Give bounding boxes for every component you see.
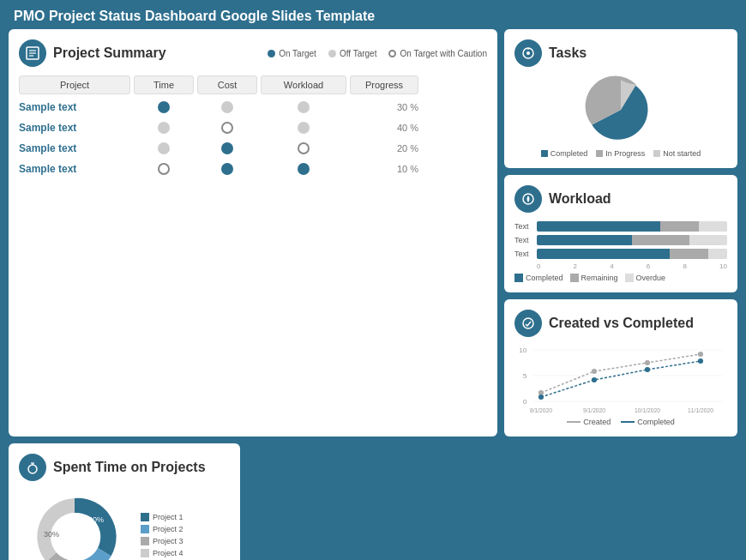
row-label: Sample text bbox=[19, 142, 130, 154]
col-workload: Workload bbox=[261, 75, 346, 94]
progress-value: 20 % bbox=[350, 143, 418, 154]
line-chart: 10 5 0 8/1/2020 9 bbox=[514, 346, 727, 414]
completed-dot bbox=[541, 150, 548, 157]
spent-time-icon bbox=[19, 454, 46, 481]
legend-on-target: On Target bbox=[268, 49, 316, 58]
dot-cell bbox=[197, 101, 257, 113]
svg-text:11/1/2020: 11/1/2020 bbox=[688, 407, 713, 413]
page-title: PMO Project Status Dashboard Google Slid… bbox=[0, 0, 746, 29]
pie-legend-notstarted: Not started bbox=[653, 149, 701, 158]
right-column: Tasks Completed bbox=[504, 29, 737, 437]
remaining-fill bbox=[632, 235, 689, 245]
svg-point-21 bbox=[645, 367, 650, 372]
svg-point-8 bbox=[523, 318, 533, 328]
completed-fill bbox=[537, 221, 660, 232]
svg-text:0: 0 bbox=[523, 398, 527, 406]
status-dot bbox=[221, 163, 233, 175]
col-progress: Progress bbox=[350, 75, 418, 94]
remaining-fill bbox=[670, 249, 707, 259]
legend: On Target Off Target On Target with Caut… bbox=[268, 49, 487, 58]
created-completed-card: Created vs Completed 10 5 0 bbox=[504, 299, 737, 437]
workload-icon bbox=[514, 185, 542, 213]
dot-cell bbox=[197, 122, 257, 134]
created-icon bbox=[514, 310, 542, 337]
overdue-fill bbox=[708, 249, 727, 259]
project-summary-icon bbox=[19, 39, 46, 67]
caution-dot bbox=[388, 50, 396, 57]
h-bar-track bbox=[537, 249, 727, 259]
svg-text:40%: 40% bbox=[58, 519, 74, 527]
h-bar-track bbox=[537, 235, 727, 245]
legend-off-target: Off Target bbox=[328, 49, 377, 58]
bottom-row: Time 6 4 2 0 -2 bbox=[9, 443, 497, 560]
svg-point-5 bbox=[526, 51, 530, 55]
dot-cell bbox=[261, 122, 346, 134]
svg-text:10/1/2020: 10/1/2020 bbox=[635, 407, 660, 413]
progress-value: 30 % bbox=[350, 102, 418, 112]
h-bar-row: Text bbox=[514, 249, 727, 259]
svg-point-19 bbox=[538, 394, 544, 400]
legend-caution: On Target with Caution bbox=[388, 49, 487, 58]
workload-legend: Completed Remaining Overdue bbox=[514, 274, 727, 282]
inprogress-dot bbox=[596, 150, 603, 157]
h-axis: 0 2 4 6 8 10 bbox=[514, 262, 727, 270]
progress-value: 40 % bbox=[350, 123, 418, 133]
workload-chart: Text Text bbox=[514, 221, 727, 282]
table-row: Sample text 20 % bbox=[19, 142, 487, 154]
progress-value: 10 % bbox=[350, 164, 418, 174]
dot-cell bbox=[261, 101, 346, 113]
overdue-fill bbox=[699, 221, 727, 232]
h-bar-track bbox=[537, 221, 727, 232]
svg-point-48 bbox=[28, 465, 37, 473]
donut-legend: Project 1 Project 2 Project 3 Project 4 bbox=[141, 513, 183, 560]
svg-text:9/1/2020: 9/1/2020 bbox=[583, 407, 605, 413]
tasks-title: Tasks bbox=[549, 45, 587, 61]
dot-cell bbox=[197, 163, 257, 175]
svg-point-22 bbox=[698, 358, 703, 364]
overdue-fill bbox=[689, 235, 727, 245]
line-chart-legend: Created Completed bbox=[514, 418, 727, 426]
svg-text:8/1/2020: 8/1/2020 bbox=[530, 407, 552, 413]
spent-time-card: Spent Time on Projects 2 bbox=[9, 443, 240, 560]
table-row: Sample text 30 % bbox=[19, 101, 487, 113]
donut-chart: 20% 10% 30% 40% Project 1 Project 2 bbox=[19, 490, 230, 560]
status-dot bbox=[158, 122, 170, 134]
status-dot bbox=[158, 163, 170, 175]
pie-chart: Completed In Progress Not started bbox=[514, 75, 727, 158]
dot-cell bbox=[134, 163, 194, 175]
dot-cell bbox=[261, 142, 346, 154]
row-label: Sample text bbox=[19, 101, 130, 113]
h-bar-row: Text bbox=[514, 235, 727, 245]
svg-text:10: 10 bbox=[519, 346, 527, 354]
project-summary-card: Project Summary On Target Off Target On … bbox=[9, 29, 497, 437]
notstarted-dot bbox=[653, 150, 660, 157]
status-dot bbox=[298, 142, 310, 154]
dot-cell bbox=[134, 101, 194, 113]
tasks-card: Tasks Completed bbox=[504, 29, 737, 168]
svg-point-20 bbox=[592, 377, 597, 382]
status-dot bbox=[298, 101, 310, 113]
col-cost: Cost bbox=[197, 75, 257, 94]
remaining-fill bbox=[660, 221, 698, 232]
col-project: Project bbox=[19, 75, 130, 94]
row-label: Sample text bbox=[19, 163, 130, 175]
spent-time-title: Spent Time on Projects bbox=[53, 460, 206, 475]
on-target-dot bbox=[268, 50, 275, 57]
h-bar-label: Text bbox=[514, 236, 533, 244]
off-target-dot bbox=[328, 50, 336, 57]
svg-text:5: 5 bbox=[523, 372, 527, 380]
h-bar-label: Text bbox=[514, 250, 533, 258]
table-header: Project Time Cost Workload Progress bbox=[19, 75, 487, 94]
h-bar-label: Text bbox=[514, 222, 533, 231]
status-dot bbox=[221, 122, 233, 134]
completed-fill bbox=[537, 249, 670, 259]
tasks-icon bbox=[514, 39, 542, 67]
pie-legend: Completed In Progress Not started bbox=[541, 149, 701, 158]
completed-fill bbox=[537, 235, 632, 245]
pie-legend-inprogress: In Progress bbox=[596, 149, 645, 158]
workload-card: Workload Text Text bbox=[504, 175, 737, 292]
dot-cell bbox=[134, 142, 194, 154]
created-completed-title: Created vs Completed bbox=[549, 316, 694, 331]
dot-cell bbox=[134, 122, 194, 134]
svg-text:20%: 20% bbox=[88, 515, 104, 524]
